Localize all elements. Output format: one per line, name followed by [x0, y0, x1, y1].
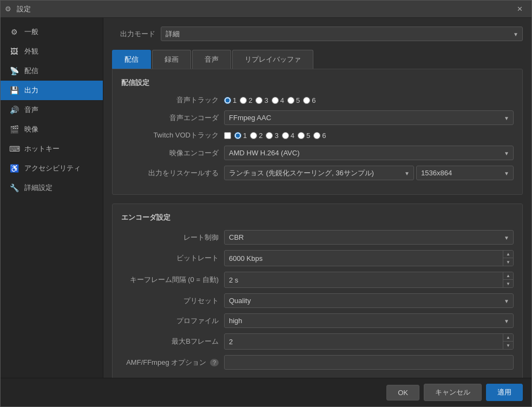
- audio-encoder-label: 音声エンコーダ: [121, 113, 219, 123]
- accessibility-icon: ♿: [9, 164, 19, 173]
- twitch-vod-radio-3[interactable]: [266, 132, 273, 139]
- audio-track-radio-4[interactable]: [272, 97, 279, 104]
- sidebar-label-appearance: 外観: [24, 47, 38, 56]
- audio-track-label-1: 1: [233, 96, 237, 104]
- tab-recording[interactable]: 録画: [152, 50, 191, 69]
- keyframe-up-button[interactable]: ▲: [503, 272, 513, 280]
- max-bframe-spin-buttons: ▲ ▼: [503, 334, 513, 349]
- audio-track-radio-5[interactable]: [287, 97, 294, 104]
- keyframe-spin-buttons: ▲ ▼: [503, 272, 513, 287]
- audio-track-radio-3[interactable]: [255, 97, 262, 104]
- sidebar-label-streaming: 配信: [24, 66, 38, 76]
- twitch-vod-radio-6[interactable]: [313, 132, 320, 139]
- rescale-label: 出力をリスケールする: [121, 168, 219, 178]
- twitch-vod-track-2: 2: [250, 132, 262, 140]
- rescale-control: ランチョス (先鋭化スケーリング, 36サンプル) ▼ 1536x864 ▼: [224, 166, 514, 180]
- audio-track-label-4: 4: [280, 96, 284, 104]
- titlebar-title: 設定: [17, 4, 31, 14]
- general-icon: ⚙: [9, 28, 19, 36]
- sidebar: ⚙ 一般 🖼 外観 📡 配信 💾 出力 🔊 音声 🎬 映像: [1, 18, 103, 378]
- twitch-vod-track-5: 5: [298, 132, 310, 140]
- profile-select[interactable]: high: [224, 313, 514, 328]
- amf-label: AMF/FFmpeg オプション ?: [121, 358, 219, 367]
- close-button[interactable]: ✕: [512, 2, 527, 17]
- amf-input[interactable]: [224, 355, 514, 370]
- audio-track-1: 1: [224, 96, 237, 104]
- max-bframe-spinbox: ▲ ▼: [224, 333, 514, 350]
- sidebar-item-accessibility[interactable]: ♿ アクセシビリティ: [1, 159, 103, 178]
- output-mode-label: 出力モード: [112, 29, 155, 39]
- bitrate-up-button[interactable]: ▲: [503, 251, 513, 258]
- rescale-method-select[interactable]: ランチョス (先鋭化スケーリング, 36サンプル): [224, 166, 414, 180]
- audio-track-radio-2[interactable]: [240, 97, 247, 104]
- cancel-button[interactable]: キャンセル: [424, 384, 482, 401]
- streaming-section-title: 配信設定: [121, 78, 514, 88]
- twitch-vod-radio-group: 1 2 3 4: [224, 132, 514, 140]
- audio-track-5: 5: [287, 96, 300, 104]
- tab-replay[interactable]: リプレイバッファ: [232, 50, 313, 69]
- sidebar-item-hotkeys[interactable]: ⌨ ホットキー: [1, 139, 103, 159]
- video-encoder-select[interactable]: AMD HW H.264 (AVC): [224, 146, 514, 160]
- twitch-vod-track-6: 6: [313, 132, 326, 140]
- output-icon: 💾: [9, 86, 19, 95]
- twitch-vod-radio-5[interactable]: [298, 132, 305, 139]
- sidebar-item-advanced[interactable]: 🔧 詳細設定: [1, 178, 103, 198]
- audio-track-radio-6[interactable]: [303, 97, 310, 104]
- twitch-vod-label-3: 3: [274, 132, 278, 140]
- streaming-icon: 📡: [9, 67, 19, 75]
- sidebar-item-output[interactable]: 💾 出力: [1, 81, 103, 100]
- max-bframe-input[interactable]: [225, 335, 503, 349]
- audio-track-label-6: 6: [312, 96, 316, 104]
- settings-icon: ⚙: [5, 5, 14, 14]
- preset-select[interactable]: Quality: [224, 293, 514, 308]
- sidebar-item-appearance[interactable]: 🖼 外観: [1, 42, 103, 61]
- sidebar-item-video[interactable]: 🎬 映像: [1, 120, 103, 139]
- rescale-method-wrapper: ランチョス (先鋭化スケーリング, 36サンプル) ▼: [224, 166, 414, 180]
- amf-help-icon[interactable]: ?: [210, 359, 219, 366]
- rescale-resolution-select[interactable]: 1536x864: [416, 166, 514, 180]
- sidebar-label-video: 映像: [24, 124, 38, 134]
- audio-track-radio-1[interactable]: [224, 97, 231, 104]
- twitch-vod-track-1: 1: [234, 132, 247, 140]
- twitch-vod-label-5: 5: [306, 132, 310, 140]
- sidebar-item-streaming[interactable]: 📡 配信: [1, 61, 103, 81]
- output-mode-select[interactable]: 詳細: [161, 27, 523, 41]
- max-bframe-down-button[interactable]: ▼: [503, 342, 513, 349]
- ok-button[interactable]: OK: [386, 385, 419, 401]
- audio-track-label: 音声トラック: [121, 95, 219, 105]
- audio-icon: 🔊: [9, 106, 19, 114]
- sidebar-label-general: 一般: [24, 27, 38, 37]
- tab-audio[interactable]: 音声: [192, 50, 231, 69]
- sidebar-item-general[interactable]: ⚙ 一般: [1, 22, 103, 42]
- sidebar-label-accessibility: アクセシビリティ: [24, 163, 81, 173]
- sidebar-label-advanced: 詳細設定: [24, 183, 52, 193]
- twitch-vod-checkbox[interactable]: [224, 132, 231, 139]
- twitch-vod-radio-1[interactable]: [234, 132, 241, 139]
- twitch-vod-track-4: 4: [282, 132, 294, 140]
- encoder-section-title: エンコーダ設定: [121, 213, 514, 222]
- amf-control: [224, 355, 514, 370]
- keyframe-down-button[interactable]: ▼: [503, 280, 513, 287]
- rescale-row: 出力をリスケールする ランチョス (先鋭化スケーリング, 36サンプル) ▼: [121, 166, 514, 180]
- bitrate-input[interactable]: [225, 252, 503, 265]
- bitrate-down-button[interactable]: ▼: [503, 258, 513, 266]
- keyframe-input[interactable]: [225, 273, 503, 287]
- max-bframe-up-button[interactable]: ▲: [503, 334, 513, 342]
- bitrate-control: ▲ ▼: [224, 250, 514, 266]
- profile-control: high ▼: [224, 313, 514, 328]
- sidebar-item-audio[interactable]: 🔊 音声: [1, 100, 103, 120]
- tab-streaming[interactable]: 配信: [112, 50, 151, 69]
- profile-label: プロファイル: [121, 316, 219, 326]
- apply-button[interactable]: 適用: [486, 384, 523, 401]
- hotkeys-icon: ⌨: [9, 145, 19, 153]
- rate-control-select[interactable]: CBR: [224, 230, 514, 245]
- twitch-vod-radio-4[interactable]: [282, 132, 289, 139]
- video-encoder-label: 映像エンコーダ: [121, 148, 219, 158]
- keyframe-control: ▲ ▼: [224, 272, 514, 288]
- output-mode-select-wrapper: 詳細 ▼: [161, 27, 523, 41]
- keyframe-spinbox: ▲ ▼: [224, 272, 514, 288]
- twitch-vod-radio-2[interactable]: [250, 132, 257, 139]
- rescale-resolution-wrapper: 1536x864 ▼: [416, 166, 514, 180]
- audio-encoder-select[interactable]: FFmpeg AAC: [224, 110, 514, 125]
- titlebar: ⚙ 設定 ✕: [1, 1, 531, 18]
